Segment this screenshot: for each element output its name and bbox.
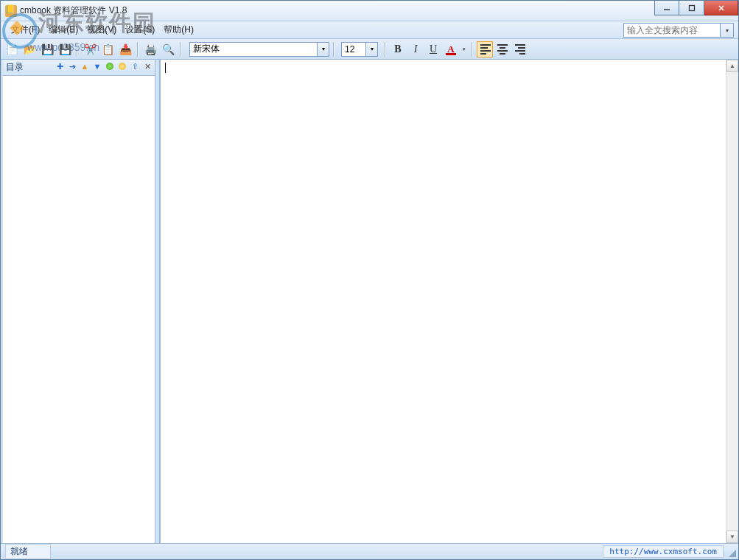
tree-green-button[interactable] [104,60,116,72]
folder-open-icon: 📂 [24,44,36,55]
font-color-dropdown[interactable]: ▾ [460,41,468,57]
window-controls [654,1,738,15]
yellow-dot-icon [119,63,126,70]
statusbar: 就绪 http://www.cxmsoft.com [1,543,738,559]
print-button[interactable]: 🖨️ [142,41,158,57]
save-all-icon: 💾 [59,44,71,55]
menu-view[interactable]: 视图(V) [83,21,121,38]
main-body: 目录 ✚ ➔ ▲ ▼ ⇧ ✕ ▲ ▼ [1,60,738,543]
menu-help[interactable]: 帮助(H) [159,21,198,38]
cut-icon: ✂️ [84,44,97,55]
underline-button[interactable]: U [425,41,441,57]
toolbar-separator [333,42,335,57]
italic-button[interactable]: I [407,41,424,57]
font-color-button[interactable]: A [443,41,459,57]
close-button[interactable] [704,1,738,15]
new-icon: 📄 [6,44,18,55]
toolbar-separator [472,42,473,57]
sidebar-title: 目录 [6,61,24,74]
search-wrap: ▾ [623,23,734,38]
cut-button[interactable]: ✂️ [82,41,98,57]
toolbar: 📄 📂 💾 💾 ✂️ 📋 📥 🖨️ 🔍 新宋体 ▾ 12 ▾ B I U A ▾ [1,39,738,60]
app-icon [5,5,17,17]
font-size-value: 12 [345,44,354,55]
titlebar: cmbook 资料管理软件 V1.8 [1,1,738,21]
save-all-button[interactable]: 💾 [57,41,73,57]
open-button[interactable]: 📂 [21,41,38,57]
scroll-down-icon[interactable]: ▼ [726,531,738,543]
bold-button[interactable]: B [390,41,406,57]
menu-file[interactable]: 文件(F) [7,21,44,38]
toolbar-separator [77,42,78,57]
green-dot-icon [106,63,113,70]
chevron-down-icon: ▾ [317,43,329,56]
print-preview-button[interactable]: 🔍 [160,41,176,57]
tree-up-button[interactable]: ▲ [79,60,91,72]
paste-icon: 📥 [119,44,132,55]
status-url[interactable]: http://www.cxmsoft.com [603,545,724,558]
search-dropdown-icon[interactable]: ▾ [721,23,734,38]
sidebar-tools: ✚ ➔ ▲ ▼ ⇧ ✕ [54,60,153,72]
print-icon: 🖨️ [144,44,157,55]
editor-scrollbar[interactable]: ▲ ▼ [726,60,738,543]
menu-settings[interactable]: 设置(S) [121,21,159,38]
align-right-button[interactable] [512,41,528,57]
sidebar-header: 目录 ✚ ➔ ▲ ▼ ⇧ ✕ [3,60,155,76]
tree-add-button[interactable]: ✚ [54,60,66,72]
editor-area[interactable]: ▲ ▼ [160,60,738,543]
sidebar-pin-button[interactable]: ⇧ [129,60,141,72]
sidebar: 目录 ✚ ➔ ▲ ▼ ⇧ ✕ [1,60,155,543]
chevron-down-icon: ▾ [365,43,377,56]
tree-view[interactable] [3,76,155,543]
font-size-select[interactable]: 12 ▾ [341,42,378,57]
new-button[interactable]: 📄 [4,41,20,57]
search-input[interactable] [623,23,721,38]
copy-button[interactable]: 📋 [99,41,116,57]
align-left-button[interactable] [477,41,493,57]
sidebar-close-button[interactable]: ✕ [141,60,153,72]
tree-next-button[interactable]: ➔ [66,60,78,72]
save-icon: 💾 [41,44,54,55]
font-family-value: 新宋体 [193,43,220,55]
svg-rect-1 [689,5,694,10]
tree-down-button[interactable]: ▼ [91,60,103,72]
align-center-button[interactable] [494,41,511,57]
preview-icon: 🔍 [162,44,175,55]
menu-edit[interactable]: 编辑(E) [44,21,83,38]
copy-icon: 📋 [102,44,114,55]
font-family-select[interactable]: 新宋体 ▾ [189,42,329,57]
tree-yellow-button[interactable] [116,60,128,72]
toolbar-separator [180,42,181,57]
font-color-bar-icon [446,53,456,55]
minimize-button[interactable] [654,1,679,15]
toolbar-separator [137,42,139,57]
maximize-button[interactable] [679,1,704,15]
resize-grip-icon[interactable] [726,547,737,558]
toolbar-separator [385,42,386,57]
save-button[interactable]: 💾 [39,41,55,57]
status-ready: 就绪 [5,544,51,559]
scroll-up-icon[interactable]: ▲ [726,60,738,72]
paste-button[interactable]: 📥 [117,41,133,57]
window-title: cmbook 资料管理软件 V1.8 [20,4,127,17]
text-cursor [165,63,166,73]
